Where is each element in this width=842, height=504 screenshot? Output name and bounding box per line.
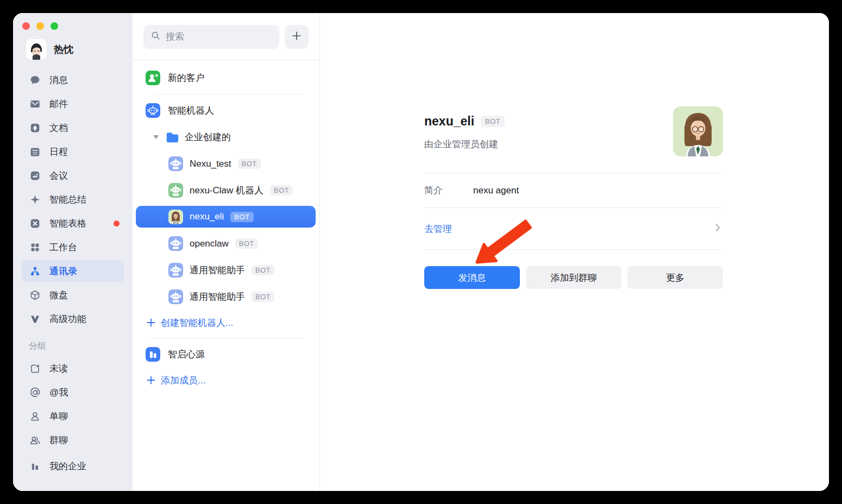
bot-name: nexu_eli <box>190 211 224 222</box>
smart-table-icon <box>29 217 41 229</box>
chevron-right-icon <box>712 222 723 235</box>
sidebar-item-label: 邮件 <box>49 98 68 110</box>
user-avatar <box>26 39 47 60</box>
sidebar-item-label: 智能表格 <box>49 217 86 230</box>
user-name: 热忱 <box>54 43 73 56</box>
at-sign-icon <box>29 386 41 398</box>
bot-list-item[interactable]: 通用智能助手 BOT <box>133 284 319 310</box>
create-bot-link[interactable]: 创建智能机器人... <box>133 310 319 335</box>
create-bot-link-label: 创建智能机器人... <box>161 317 233 329</box>
bot-list-item-selected[interactable]: nexu_eli BOT <box>136 206 316 228</box>
plus-icon <box>291 30 303 45</box>
close-button[interactable] <box>22 22 30 30</box>
sidebar-item-mail[interactable]: 邮件 <box>22 93 124 115</box>
bot-badge: BOT <box>235 238 258 249</box>
docs-arrow-icon <box>29 122 41 134</box>
add-member-link-label: 添加成员... <box>161 374 205 387</box>
sidebar-item-label: 智能总结 <box>49 193 86 206</box>
divider <box>151 338 302 338</box>
sidebar-nav: 消息 邮件 文档 日程 <box>13 61 133 479</box>
list-item-smart-robots[interactable]: 智能机器人 <box>133 97 319 124</box>
sidebar-item-smart-summary[interactable]: 智能总结 <box>22 188 124 210</box>
search-icon <box>150 30 161 43</box>
bot-name: openclaw <box>190 238 229 249</box>
bot-list-item[interactable]: nexu-Claw 机器人 BOT <box>133 177 319 204</box>
minimize-button[interactable] <box>36 22 44 30</box>
sidebar-item-label: 文档 <box>49 122 68 134</box>
sparkle-icon <box>29 193 41 205</box>
bot-badge: BOT <box>238 159 261 169</box>
divider <box>424 249 723 250</box>
sidebar-item-group-chats[interactable]: 群聊 <box>22 429 124 451</box>
sidebar-item-docs[interactable]: 文档 <box>22 117 124 138</box>
action-buttons: 发消息 添加到群聊 更多 <box>424 266 723 289</box>
add-button[interactable] <box>285 25 309 49</box>
profile-name: nexu_eli <box>424 114 474 129</box>
search-box[interactable] <box>143 25 279 49</box>
bot-list-item[interactable]: 通用智能助手 BOT <box>133 257 319 284</box>
add-to-group-button[interactable]: 添加到群聊 <box>526 266 621 289</box>
caret-down-icon[interactable] <box>153 135 159 139</box>
group-section-header: 分组 <box>13 332 133 357</box>
folder-label: 企业创建的 <box>185 131 231 143</box>
bot-badge: BOT <box>270 185 293 196</box>
plus-icon <box>147 318 155 327</box>
list-item-label: 智能机器人 <box>168 104 214 117</box>
bot-avatar <box>168 183 183 198</box>
sidebar-item-label: 微盘 <box>49 289 68 301</box>
bot-badge: BOT <box>481 116 505 127</box>
folder-row-enterprise-created[interactable]: 企业创建的 <box>133 124 319 150</box>
more-button[interactable]: 更多 <box>627 266 723 289</box>
bot-list-item[interactable]: Nexu_test BOT <box>133 150 319 177</box>
sidebar-item-label: 我的企业 <box>49 460 86 472</box>
bot-name: 通用智能助手 <box>190 264 245 276</box>
sidebar-item-label: 高级功能 <box>49 313 86 325</box>
sidebar-item-smart-table[interactable]: 智能表格 <box>22 212 124 234</box>
sidebar-item-direct-chats[interactable]: 单聊 <box>22 405 124 427</box>
sidebar-item-contacts[interactable]: 通讯录 <box>22 260 124 282</box>
profile-avatar[interactable] <box>673 106 723 156</box>
bot-avatar-woman <box>168 210 183 224</box>
divider <box>154 94 302 94</box>
person-icon <box>29 410 41 422</box>
sidebar-item-drive[interactable]: 微盘 <box>22 284 124 306</box>
bot-badge: BOT <box>252 265 274 275</box>
bot-name: nexu-Claw 机器人 <box>190 184 263 197</box>
sidebar-item-my-enterprise[interactable]: 我的企业 <box>22 455 124 477</box>
list-item-new-customers[interactable]: 新的客户 <box>133 65 319 91</box>
manage-row[interactable]: 去管理 <box>424 208 723 249</box>
add-member-link[interactable]: 添加成员... <box>133 368 319 393</box>
sidebar-item-meetings[interactable]: 会议 <box>22 165 124 186</box>
maximize-button[interactable] <box>51 22 58 30</box>
sidebar-item-messages[interactable]: 消息 <box>22 69 124 91</box>
sidebar-item-unread[interactable]: 未读 <box>22 357 124 379</box>
contacts-orgchart-icon <box>29 265 41 277</box>
plus-icon <box>147 376 155 385</box>
building-bars-icon <box>29 460 41 472</box>
org-bars-blue-icon <box>146 347 160 362</box>
detail-panel: nexu_eli BOT 由企业管理员创建 简介 nexu agent 去管理 <box>320 13 829 491</box>
sidebar-item-label: 日程 <box>49 146 68 158</box>
sidebar-item-advanced[interactable]: 高级功能 <box>22 308 124 330</box>
bot-list-item[interactable]: openclaw BOT <box>133 230 319 257</box>
sidebar-item-workbench[interactable]: 工作台 <box>22 236 124 258</box>
bot-badge: BOT <box>252 292 274 302</box>
sidebar-item-calendar[interactable]: 日程 <box>22 141 124 162</box>
intro-value: nexu agent <box>473 185 519 196</box>
intro-row: 简介 nexu agent <box>424 173 723 207</box>
sidebar-item-label: 通讯录 <box>49 265 77 278</box>
sidebar-item-mentions[interactable]: @我 <box>22 381 124 403</box>
list-item-label: 新的客户 <box>168 72 205 84</box>
list-item-organization[interactable]: 智启心源 <box>133 341 319 368</box>
intro-label: 简介 <box>424 184 473 197</box>
bot-avatar <box>168 236 183 251</box>
meeting-icon <box>29 169 41 181</box>
send-message-button[interactable]: 发消息 <box>424 266 520 289</box>
user-profile-row[interactable]: 热忱 <box>26 37 133 61</box>
bot-badge: BOT <box>230 212 253 222</box>
search-input[interactable] <box>166 32 272 42</box>
manage-link[interactable]: 去管理 <box>424 223 452 235</box>
envelope-icon <box>29 98 41 110</box>
bot-avatar <box>168 289 183 304</box>
sidebar-item-label: @我 <box>49 386 68 399</box>
